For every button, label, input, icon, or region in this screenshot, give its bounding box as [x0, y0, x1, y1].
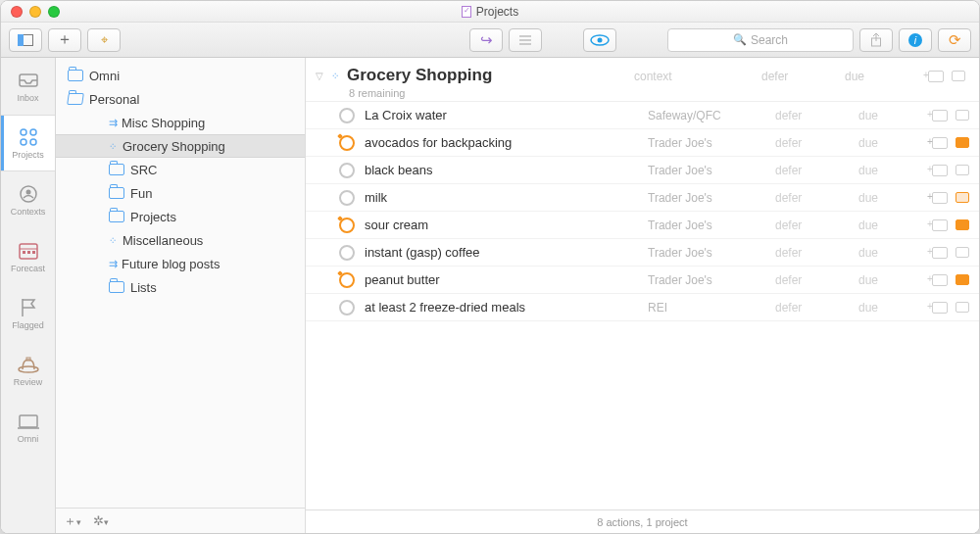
task-row[interactable]: milkTrader Joe'sdeferdue — [306, 184, 979, 212]
outline-item[interactable]: Projects — [56, 205, 305, 228]
task-row[interactable]: peanut butterTrader Joe'sdeferdue — [306, 267, 979, 294]
perspective-contexts[interactable]: Contexts — [1, 171, 55, 228]
zoom-window-button[interactable] — [48, 6, 60, 18]
task-flag-icon[interactable] — [956, 192, 969, 203]
task-row[interactable]: sour creamTrader Joe'sdeferdue — [306, 212, 979, 239]
task-context[interactable]: Trader Joe's — [648, 218, 746, 232]
share-button[interactable] — [859, 28, 893, 52]
add-button[interactable]: ＋ — [48, 28, 81, 52]
toggle-sidebar-button[interactable] — [9, 28, 42, 52]
perspective-projects[interactable]: Projects — [1, 115, 55, 171]
task-due[interactable]: due — [858, 273, 912, 287]
minimize-window-button[interactable] — [29, 6, 41, 18]
task-context[interactable]: Trader Joe's — [648, 136, 746, 150]
task-context[interactable]: REI — [648, 301, 746, 315]
task-flag-icon[interactable] — [956, 247, 969, 258]
task-row[interactable]: avocados for backpackingTrader Joe'sdefe… — [306, 129, 979, 157]
inspector-button[interactable]: i — [899, 28, 932, 52]
task-checkbox[interactable] — [339, 272, 355, 288]
add-outline-button[interactable]: ＋▾ — [64, 512, 81, 530]
close-window-button[interactable] — [11, 6, 23, 18]
projects-icon — [18, 126, 39, 148]
outline-item[interactable]: ⁘Miscellaneous — [56, 228, 305, 252]
search-field[interactable]: 🔍 Search — [667, 28, 854, 52]
outline-item[interactable]: Personal — [56, 87, 305, 111]
view-options-button[interactable] — [583, 28, 616, 52]
task-defer[interactable]: defer — [775, 218, 829, 232]
task-checkbox[interactable] — [339, 135, 355, 151]
task-checkbox[interactable] — [339, 190, 355, 206]
task-context[interactable]: Trader Joe's — [648, 273, 746, 287]
task-defer[interactable]: defer — [775, 301, 829, 315]
task-due[interactable]: due — [858, 164, 912, 177]
window-title-text: Projects — [476, 5, 518, 19]
svg-rect-25 — [20, 415, 37, 427]
task-checkbox[interactable] — [339, 245, 355, 261]
task-note-icon[interactable] — [932, 165, 948, 176]
task-row[interactable]: at least 2 freeze-dried mealsREIdeferdue — [306, 294, 979, 321]
sync-icon: ⟳ — [949, 31, 961, 49]
task-note-icon[interactable] — [932, 302, 948, 314]
perspective-review[interactable]: Review — [1, 342, 55, 399]
task-defer[interactable]: defer — [775, 109, 829, 122]
task-checkbox[interactable] — [339, 300, 355, 316]
outline-item[interactable]: Omni — [56, 64, 305, 87]
task-checkbox[interactable] — [339, 163, 355, 178]
eye-icon — [590, 34, 610, 46]
task-due[interactable]: due — [858, 301, 912, 315]
quick-entry-button[interactable]: ↪ — [469, 28, 503, 52]
task-context[interactable]: Trader Joe's — [648, 246, 746, 260]
omni-icon — [17, 411, 40, 432]
task-note-icon[interactable] — [932, 110, 948, 121]
perspective-forecast[interactable]: Forecast — [1, 228, 55, 285]
task-note-icon[interactable] — [932, 274, 948, 286]
view-list-button[interactable] — [509, 28, 542, 52]
broom-icon: ⌖ — [101, 32, 108, 48]
disclosure-triangle-icon[interactable]: ▽ — [316, 71, 323, 81]
task-flag-icon[interactable] — [956, 110, 969, 121]
task-due[interactable]: due — [858, 218, 912, 232]
task-note-icon[interactable] — [932, 137, 948, 149]
task-note-icon[interactable] — [932, 247, 948, 259]
task-flag-icon[interactable] — [956, 274, 969, 285]
task-defer[interactable]: defer — [775, 191, 829, 205]
sync-button[interactable]: ⟳ — [938, 28, 971, 52]
task-defer[interactable]: defer — [775, 273, 829, 287]
task-checkbox[interactable] — [339, 218, 355, 233]
task-title: avocados for backpacking — [365, 135, 648, 150]
outline-item[interactable]: Lists — [56, 275, 305, 299]
task-flag-icon[interactable] — [956, 302, 969, 313]
search-icon: 🔍 — [733, 33, 747, 46]
task-context[interactable]: Trader Joe's — [648, 164, 746, 177]
task-row[interactable]: La Croix waterSafeway/QFCdeferdue — [306, 102, 979, 129]
outline-item[interactable]: SRC — [56, 158, 305, 181]
task-note-icon[interactable] — [932, 192, 948, 204]
outline-item[interactable]: Fun — [56, 181, 305, 205]
note-column-icon — [928, 71, 944, 82]
task-checkbox[interactable] — [339, 108, 355, 123]
task-due[interactable]: due — [858, 191, 912, 205]
task-flag-icon[interactable] — [956, 137, 969, 148]
perspective-inbox[interactable]: Inbox — [1, 58, 55, 115]
cleanup-button[interactable]: ⌖ — [87, 28, 121, 52]
task-defer[interactable]: defer — [775, 136, 829, 150]
task-flag-icon[interactable] — [956, 219, 969, 230]
perspective-omni[interactable]: Omni — [1, 399, 55, 456]
task-due[interactable]: due — [858, 109, 912, 122]
svg-rect-21 — [27, 251, 30, 254]
task-defer[interactable]: defer — [775, 246, 829, 260]
task-note-icon[interactable] — [932, 219, 948, 231]
task-due[interactable]: due — [858, 246, 912, 260]
task-defer[interactable]: defer — [775, 164, 829, 177]
perspective-flagged[interactable]: Flagged — [1, 285, 55, 342]
outline-item[interactable]: ⁘Grocery Shopping — [56, 134, 305, 158]
task-row[interactable]: instant (gasp) coffeeTrader Joe'sdeferdu… — [306, 239, 979, 267]
outline-item[interactable]: ⇉Future blog posts — [56, 252, 305, 275]
outline-settings-button[interactable]: ✲▾ — [93, 513, 109, 528]
outline-item[interactable]: ⇉Misc Shopping — [56, 111, 305, 134]
task-context[interactable]: Trader Joe's — [648, 191, 746, 205]
task-due[interactable]: due — [858, 136, 912, 150]
task-row[interactable]: black beansTrader Joe'sdeferdue — [306, 157, 979, 184]
task-flag-icon[interactable] — [956, 165, 969, 175]
task-context[interactable]: Safeway/QFC — [648, 109, 746, 122]
